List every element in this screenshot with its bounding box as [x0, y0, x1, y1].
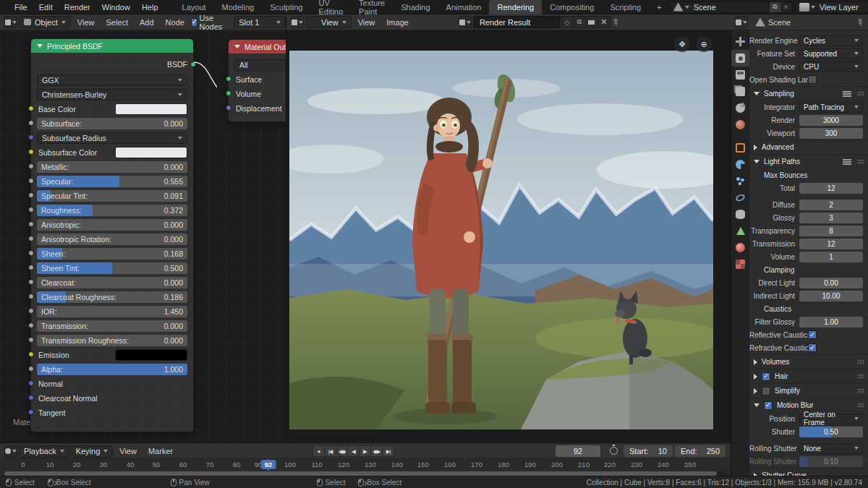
properties-tab[interactable]: [731, 83, 749, 100]
playback-button[interactable]: ◀: [347, 445, 359, 457]
display-mode-dropdown[interactable]: View: [305, 16, 352, 28]
node-param-row[interactable]: Clearcoat: Clearcoat: Clearcoat:0.000: [37, 277, 187, 288]
principled-bsdf-node[interactable]: Principled BSDF BSDF GGX GGX: [30, 38, 194, 432]
workspace-tab[interactable]: Texture Paint: [351, 0, 393, 14]
menu-node[interactable]: Node: [161, 18, 190, 27]
color-swatch[interactable]: [115, 103, 187, 115]
playback-button[interactable]: |◀: [324, 445, 336, 457]
node-param-row[interactable]: Alpha: Alpha: Alpha:1.000: [37, 364, 187, 375]
workspace-tab[interactable]: Layout: [174, 0, 214, 14]
param-slider[interactable]: Transmission Roughness:0.000: [37, 335, 187, 346]
workspace-tab[interactable]: UV Editing: [310, 0, 351, 14]
node-param-row[interactable]: Sheen: Sheen: Sheen:0.168: [37, 248, 187, 260]
max-bounces-subsection[interactable]: Max Bounces: [749, 168, 868, 181]
collapse-icon[interactable]: [234, 45, 240, 48]
input-socket[interactable]: [28, 134, 34, 140]
presets-icon[interactable]: [843, 159, 851, 165]
input-socket[interactable]: [28, 106, 34, 111]
playback-button[interactable]: ◀◆: [336, 445, 348, 457]
node-param-row[interactable]: GGX GGX GGX: [37, 74, 187, 86]
properties-tab[interactable]: [731, 100, 749, 116]
workspace-tab[interactable]: +: [649, 0, 669, 14]
playback-button[interactable]: ▶: [359, 445, 371, 457]
editor-type-icon[interactable]: [4, 16, 17, 28]
menu-item[interactable]: Help: [136, 3, 164, 12]
node-param-row[interactable]: Christensen-Burley Christensen-Burley Ch…: [37, 89, 187, 100]
node-param-row[interactable]: Clearcoat Normal Clearcoat Normal Clearc…: [37, 393, 187, 404]
integrator-dropdown[interactable]: Path Tracing: [799, 102, 863, 113]
pin-icon[interactable]: ✎: [854, 16, 867, 28]
glossy-bounces-field[interactable]: 3: [799, 213, 863, 223]
drag-dots-icon[interactable]: [857, 159, 864, 164]
viewport-samples-field[interactable]: 300: [799, 128, 863, 139]
rolling-shutter-dropdown[interactable]: None: [799, 443, 863, 454]
use-nodes-checkbox[interactable]: ✓: [191, 18, 198, 27]
input-socket[interactable]: [28, 250, 34, 256]
node-param-row[interactable]: Specular Tint: Specular Tint: Specular T…: [37, 190, 187, 202]
node-param-row[interactable]: Sheen Tint: Sheen Tint: Sheen Tint:0.500: [37, 262, 187, 274]
playback-button[interactable]: ●: [312, 445, 325, 457]
scene-selector[interactable]: Scene ⧉ ✕: [670, 1, 793, 13]
color-swatch[interactable]: [115, 147, 187, 158]
input-socket[interactable]: [28, 395, 34, 401]
pin-icon[interactable]: ✎: [610, 16, 622, 28]
sampling-section-header[interactable]: Sampling: [749, 86, 868, 100]
total-bounces-field[interactable]: 12: [799, 183, 863, 194]
playback-button[interactable]: ▶|: [382, 445, 394, 457]
node-param-row[interactable]: Metallic: Metallic: Metallic:0.000: [37, 161, 187, 173]
input-socket[interactable]: [28, 308, 34, 314]
param-slider[interactable]: Clearcoat:0.000: [37, 277, 187, 288]
current-frame-field[interactable]: 92: [556, 445, 600, 457]
param-slider[interactable]: Sheen:0.168: [37, 248, 187, 260]
new-scene-button[interactable]: ⧉: [769, 2, 780, 12]
properties-tab[interactable]: [731, 140, 749, 156]
menu-item[interactable]: Render: [59, 3, 96, 12]
menu-marker[interactable]: Marker: [143, 447, 178, 455]
node-param-row[interactable]: Tangent Tangent Tangent: [37, 407, 187, 419]
properties-tab[interactable]: [731, 67, 749, 83]
shutter-slider[interactable]: 0.50: [799, 427, 863, 437]
node-param-row[interactable]: Anisotropic: Anisotropic: Anisotropic:0.…: [37, 219, 187, 231]
node-param-row[interactable]: Displacement Displacement: [234, 103, 286, 114]
simplify-section-header[interactable]: Simplify: [749, 383, 868, 398]
menu-item[interactable]: Edit: [33, 3, 59, 12]
node-param-row[interactable]: Anisotropic Rotation: Anisotropic Rotati…: [37, 234, 187, 245]
motion-blur-checkbox[interactable]: ✓: [764, 401, 773, 410]
param-slider[interactable]: Sheen Tint:0.500: [37, 262, 187, 274]
render-result-image[interactable]: [289, 51, 713, 429]
input-socket[interactable]: [28, 236, 34, 241]
reflective-caustics-checkbox[interactable]: ✓: [808, 330, 817, 339]
frame-end-field[interactable]: End:250: [675, 445, 726, 457]
drag-dots-icon[interactable]: [857, 91, 864, 96]
properties-tab[interactable]: [731, 116, 749, 133]
param-dropdown[interactable]: Subsurface Radius: [37, 132, 187, 144]
node-param-row[interactable]: Transmission Roughness: Transmission Rou…: [37, 335, 187, 346]
material-output-node[interactable]: Material Output All All Surface: [228, 39, 286, 122]
advanced-section-header[interactable]: Advanced: [749, 140, 868, 154]
osl-checkbox[interactable]: [808, 75, 817, 84]
input-socket[interactable]: [28, 192, 34, 198]
unlink-icon[interactable]: ✕: [597, 16, 610, 28]
node-param-row[interactable]: All All: [234, 59, 286, 71]
input-socket[interactable]: [28, 366, 34, 372]
bsdf-node-header[interactable]: Principled BSDF: [31, 39, 193, 53]
input-socket[interactable]: [28, 380, 34, 386]
direct-light-field[interactable]: 0.00: [799, 278, 863, 288]
rolling-shutter-duration-slider[interactable]: 0.10: [799, 456, 863, 467]
input-socket[interactable]: [28, 337, 34, 343]
properties-tab[interactable]: [731, 256, 749, 273]
menu-item[interactable]: File: [9, 3, 33, 12]
node-param-row[interactable]: IOR: IOR: IOR:1.450: [37, 306, 187, 317]
refractive-caustics-checkbox[interactable]: ✓: [808, 343, 817, 352]
input-socket[interactable]: [28, 322, 34, 328]
transmission-bounces-field[interactable]: 12: [799, 239, 863, 249]
workspace-tab[interactable]: Modeling: [214, 0, 263, 14]
input-socket[interactable]: [28, 351, 34, 357]
input-socket[interactable]: [28, 178, 34, 184]
menu-view[interactable]: View: [72, 18, 100, 27]
workspace-tab[interactable]: Shading: [393, 0, 438, 14]
shutter-curve-section-header[interactable]: Shutter Curve: [749, 468, 868, 476]
workspace-tab[interactable]: Animation: [438, 0, 490, 14]
slot-dropdown[interactable]: Slot 1: [234, 16, 286, 28]
param-slider[interactable]: Roughness:0.372: [37, 205, 187, 216]
